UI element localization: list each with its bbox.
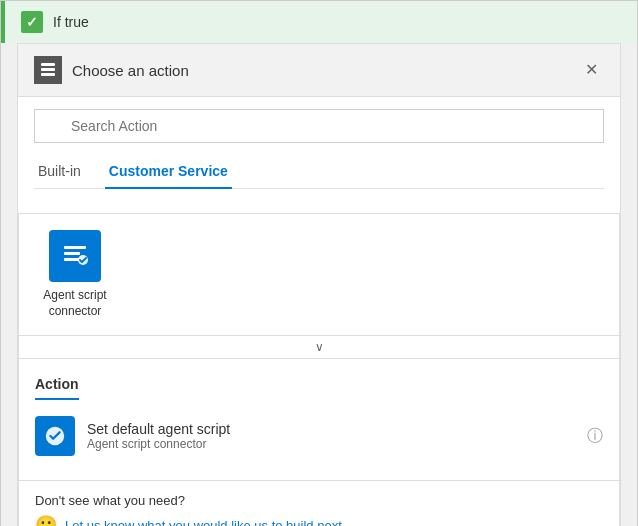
tab-built-in[interactable]: Built-in bbox=[34, 155, 85, 189]
feedback-link-row: 🙂 Let us know what you would like us to … bbox=[35, 514, 603, 526]
search-wrapper: 🔍 bbox=[34, 109, 604, 143]
modal-header-icon bbox=[34, 56, 62, 84]
svg-rect-0 bbox=[41, 63, 55, 66]
if-true-check-icon: ✓ bbox=[21, 11, 43, 33]
action-section-title: Action bbox=[35, 376, 79, 400]
if-true-bar: ✓ If true bbox=[1, 1, 637, 43]
action-item-icon bbox=[35, 416, 75, 456]
feedback-link[interactable]: Let us know what you would like us to bu… bbox=[65, 518, 342, 526]
modal-header-left: Choose an action bbox=[34, 56, 189, 84]
tab-customer-service[interactable]: Customer Service bbox=[105, 155, 232, 189]
modal-title: Choose an action bbox=[72, 62, 189, 79]
if-true-label: If true bbox=[53, 14, 89, 30]
svg-rect-4 bbox=[64, 252, 80, 255]
feedback-section: Don't see what you need? 🙂 Let us know w… bbox=[18, 481, 620, 526]
smiley-icon: 🙂 bbox=[35, 514, 57, 526]
action-item-text: Set default agent script Agent script co… bbox=[87, 421, 575, 451]
tabs: Built-in Customer Service bbox=[34, 155, 604, 189]
feedback-question: Don't see what you need? bbox=[35, 493, 603, 508]
connector-name: Agent script connector bbox=[35, 288, 115, 319]
svg-rect-2 bbox=[41, 73, 55, 76]
outer-container: ✓ If true Choose an action ✕ bbox=[0, 0, 638, 526]
action-item-connector: Agent script connector bbox=[87, 437, 575, 451]
action-item-name: Set default agent script bbox=[87, 421, 575, 437]
collapse-bar[interactable]: ∨ bbox=[18, 336, 620, 359]
choose-action-modal: Choose an action ✕ 🔍 Built-in Customer S… bbox=[17, 43, 621, 526]
info-icon[interactable]: ⓘ bbox=[587, 426, 603, 447]
search-input[interactable] bbox=[34, 109, 604, 143]
connector-icon bbox=[49, 230, 101, 282]
connector-item[interactable]: Agent script connector bbox=[35, 230, 115, 319]
action-section: Action Set default agent script Agent sc… bbox=[18, 359, 620, 481]
svg-rect-3 bbox=[64, 246, 86, 249]
svg-rect-1 bbox=[41, 68, 55, 71]
close-button[interactable]: ✕ bbox=[579, 60, 604, 80]
action-item[interactable]: Set default agent script Agent script co… bbox=[35, 408, 603, 464]
modal-body: 🔍 Built-in Customer Service bbox=[18, 97, 620, 201]
connector-grid: Agent script connector bbox=[18, 213, 620, 336]
modal-header: Choose an action ✕ bbox=[18, 44, 620, 97]
collapse-icon: ∨ bbox=[315, 340, 324, 354]
